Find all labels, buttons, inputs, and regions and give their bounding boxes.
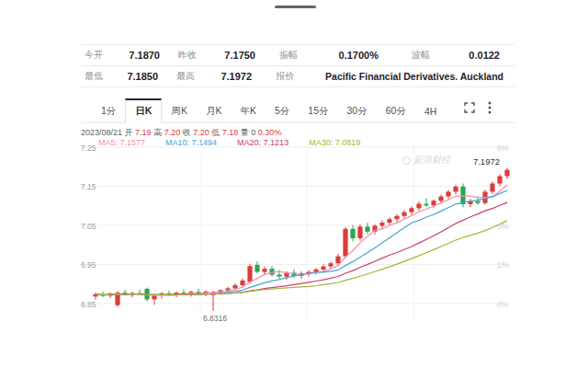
- fullscreen-icon[interactable]: [464, 102, 475, 113]
- watermark: 新浪财经: [402, 154, 450, 167]
- price-axis-label: 7.15: [81, 182, 101, 191]
- candles-group: [93, 167, 509, 310]
- price-axis-label: 7.25: [81, 144, 101, 153]
- price-axis-label: 7.05: [81, 222, 101, 231]
- percent-axis-label: 3%: [497, 222, 508, 231]
- more-options-icon[interactable]: [488, 101, 492, 114]
- percent-axis-label: 1%: [497, 260, 508, 270]
- quote-page: 今开7.1870昨收7.1750振幅0.1700%波幅0.0122 最低7.18…: [0, 0, 588, 368]
- tab-周K[interactable]: 周K: [162, 98, 197, 123]
- tab-60分[interactable]: 60分: [377, 98, 415, 123]
- price-axis-label: 6.85: [81, 300, 101, 309]
- tab-日K[interactable]: 日K: [125, 98, 162, 123]
- tab-5分[interactable]: 5分: [266, 98, 299, 123]
- tab-30分[interactable]: 30分: [338, 98, 377, 123]
- watermark-logo-icon: [402, 156, 411, 165]
- price-axis-label: 6.95: [81, 260, 101, 270]
- ma20-line: [96, 202, 507, 295]
- percent-axis-label: 0%: [497, 300, 508, 309]
- ma10-line: [96, 190, 507, 295]
- tab-15分[interactable]: 15分: [299, 98, 337, 123]
- low-price-label: 6.8316: [203, 314, 227, 323]
- high-price-label: 7.1972: [452, 156, 500, 167]
- percent-axis-label: 6%: [497, 144, 508, 153]
- period-tab-bar: 1分日K周K月K年K5分15分30分60分4H: [92, 98, 446, 123]
- tab-1分[interactable]: 1分: [92, 98, 125, 123]
- tab-4H[interactable]: 4H: [415, 98, 446, 123]
- tab-年K[interactable]: 年K: [231, 98, 266, 123]
- tab-月K[interactable]: 月K: [197, 98, 232, 123]
